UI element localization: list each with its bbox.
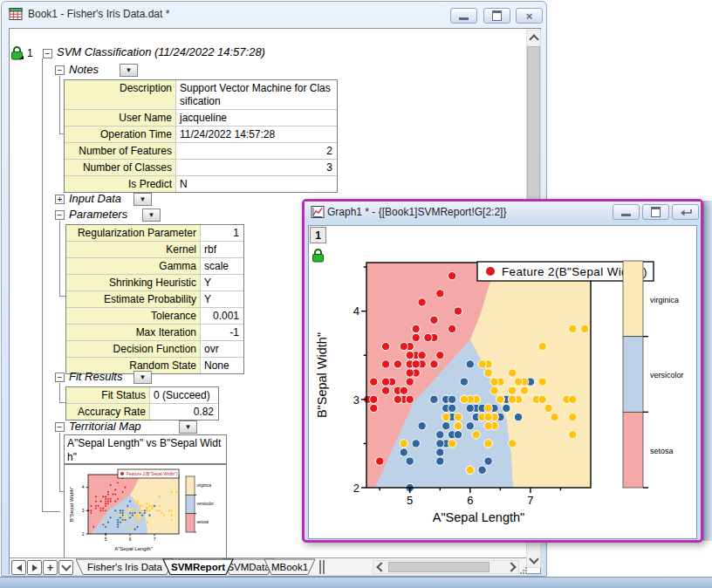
data-point: [117, 498, 120, 501]
horizontal-scroll-thumb[interactable]: [388, 562, 490, 572]
colorbar: virginicaversicolorsetosa: [186, 476, 214, 532]
data-point: [132, 514, 134, 516]
row-value[interactable]: 0.001: [201, 308, 243, 324]
data-point: [109, 498, 112, 501]
data-point: [569, 395, 577, 403]
scroll-right-button[interactable]: [505, 561, 518, 573]
book-restore-button[interactable]: [483, 8, 510, 24]
vertical-scroll-thumb[interactable]: [527, 46, 540, 202]
row-value[interactable]: jacqueline: [176, 110, 337, 126]
section-title-parameters: Parameters: [69, 208, 127, 221]
row-value[interactable]: 3: [176, 160, 337, 175]
data-point: [370, 378, 378, 386]
row-value[interactable]: 1: [201, 225, 243, 241]
input-data-dropdown-button[interactable]: ▼: [134, 193, 152, 206]
data-point: [158, 496, 161, 498]
notes-dropdown-button[interactable]: ▼: [120, 64, 138, 77]
row-value[interactable]: 11/24/2022 14:57:28: [176, 126, 337, 142]
row-label: Operation Time: [65, 126, 176, 142]
sheet-list-button[interactable]: [58, 560, 73, 575]
data-point: [99, 500, 102, 503]
data-point: [406, 378, 414, 386]
book-close-button[interactable]: ×: [516, 8, 543, 24]
data-point: [406, 352, 414, 359]
workspace-right-scroll-strip[interactable]: [703, 201, 712, 541]
notes-collapse-toggle[interactable]: −: [55, 65, 65, 75]
territorial-map-collapse-toggle[interactable]: −: [55, 422, 65, 432]
legend[interactable]: Feature 2(B"Sepal Width"): [118, 469, 179, 478]
book-titlebar[interactable]: Book1 - Fisher's Iris Data.dat * ×: [2, 2, 546, 26]
row-value[interactable]: 0.82: [150, 404, 218, 420]
graph-minimize-button[interactable]: [613, 204, 640, 220]
data-point: [107, 500, 110, 503]
input-data-collapse-toggle[interactable]: +: [55, 195, 65, 204]
sheet-tab-label[interactable]: Fisher's Iris Data: [87, 562, 163, 572]
fit-results-collapse-toggle[interactable]: −: [55, 373, 65, 382]
row-value[interactable]: Y: [201, 275, 243, 291]
scroll-down-button[interactable]: [527, 553, 540, 567]
data-point: [551, 413, 558, 420]
row-label: Is Predict: [65, 176, 176, 192]
resize-grip[interactable]: [520, 567, 528, 575]
colorbar-label: versicolor: [197, 502, 215, 506]
sheet-tab-label[interactable]: SVMReport: [171, 562, 225, 572]
row-value[interactable]: 2: [176, 143, 337, 159]
row-value[interactable]: None: [201, 358, 243, 373]
colorbar-segment: [186, 476, 195, 495]
row-value[interactable]: rbf: [201, 242, 243, 257]
book-horizontal-scrollbar[interactable]: [373, 560, 519, 574]
row-value[interactable]: ovr: [201, 341, 243, 357]
row-value[interactable]: -1: [201, 325, 243, 340]
sheet-tab-svmreport[interactable]: SVMReport: [163, 559, 233, 575]
data-point: [134, 528, 136, 530]
scroll-up-button[interactable]: [527, 31, 540, 44]
data-point: [448, 404, 455, 412]
row-value[interactable]: N: [176, 176, 337, 192]
data-point: [412, 440, 420, 448]
territorial-map-dropdown-button[interactable]: ▼: [179, 420, 197, 434]
colorbar-segment: [623, 261, 643, 337]
graph-float-button[interactable]: [672, 204, 699, 220]
row-value[interactable]: Y: [201, 291, 243, 307]
data-point: [132, 512, 134, 515]
data-point: [448, 325, 455, 332]
parameters-dropdown-button[interactable]: ▼: [142, 209, 161, 222]
table-row: Kernelrbf: [66, 241, 243, 257]
scroll-left-button[interactable]: [373, 561, 387, 573]
data-point: [569, 431, 577, 439]
data-point: [381, 342, 389, 350]
data-point: [120, 516, 122, 519]
graph-titlebar[interactable]: Graph1 * - {[Book1]SVMReport!G[2:2]}: [305, 202, 701, 222]
parameters-collapse-toggle[interactable]: −: [55, 210, 65, 220]
sheet-tab-label[interactable]: SVMData: [227, 562, 270, 572]
row-value[interactable]: Support Vector Machine for Classificatio…: [176, 80, 337, 109]
minimize-icon: [621, 214, 631, 216]
row-label: Regularization Parameter: [66, 225, 201, 241]
data-point: [418, 422, 426, 430]
sheet-tab-label[interactable]: MBook1: [271, 562, 308, 572]
row-value[interactable]: 0 (Succeed): [150, 387, 218, 403]
data-point: [436, 440, 444, 448]
row-value[interactable]: scale: [201, 258, 243, 274]
book-minimize-button[interactable]: [450, 8, 477, 24]
fit-results-dropdown-button[interactable]: ▼: [134, 371, 152, 384]
territorial-map-thumbnail[interactable]: 567234A"Sepal Length"B"Sepal Width"Featu…: [64, 464, 227, 558]
tab-scroll-left-button[interactable]: [11, 560, 26, 575]
chevron-right-icon: [506, 562, 516, 571]
worksheet-icon: [9, 7, 23, 21]
fit-results-table: Fit Status0 (Succeed)Accuracy Rate0.82: [65, 386, 219, 420]
data-point: [520, 386, 528, 394]
add-sheet-button[interactable]: +: [43, 560, 58, 575]
row-label: Description: [65, 80, 176, 109]
sheet-tab-fisher-s-iris-data[interactable]: Fisher's Iris Data: [76, 559, 174, 575]
chevron-down-icon: [61, 561, 71, 571]
root-collapse-toggle[interactable]: −: [43, 49, 52, 58]
data-point: [478, 466, 486, 474]
row-label: Estimate Probability: [66, 291, 201, 307]
sheet-tab-mbook1[interactable]: MBook1: [264, 559, 315, 575]
graph-restore-button[interactable]: [642, 204, 669, 220]
tab-scroll-right-button[interactable]: [27, 560, 42, 575]
data-point: [381, 378, 389, 386]
svg-text:2: 2: [353, 482, 359, 495]
data-point: [112, 493, 114, 496]
